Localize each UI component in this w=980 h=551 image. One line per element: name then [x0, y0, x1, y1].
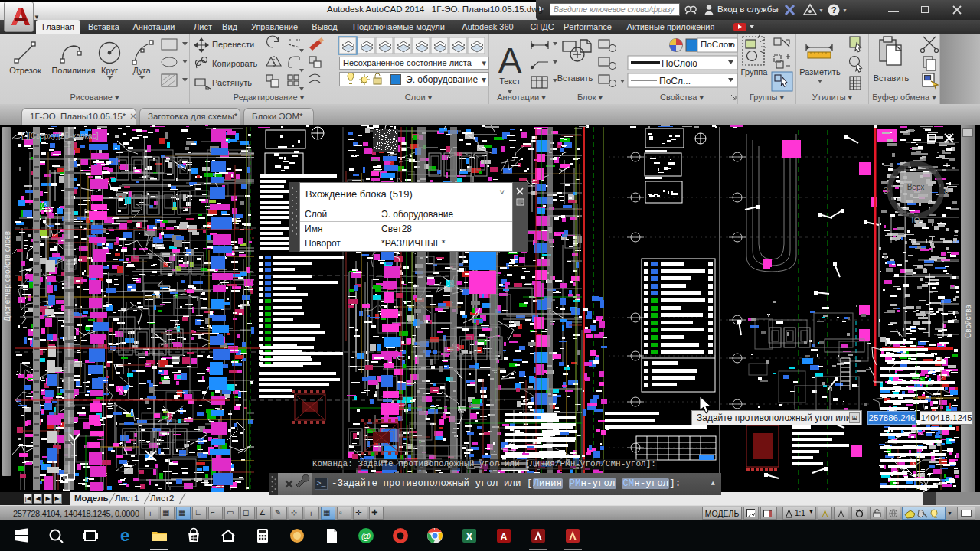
svg-text:A: A — [498, 41, 522, 80]
svg-text:Верх: Верх — [907, 183, 925, 191]
svg-text:3: 3 — [884, 186, 888, 195]
svg-text:Ю: Ю — [911, 216, 920, 225]
svg-text:8: 8 — [944, 186, 949, 195]
svg-text:X: X — [466, 530, 473, 543]
svg-text:e: e — [120, 527, 129, 545]
svg-text:[-][Сверху][2D-каркас]: [-][Сверху][2D-каркас] — [21, 132, 99, 140]
svg-text:A: A — [500, 531, 508, 543]
svg-text:@: @ — [361, 530, 371, 542]
svg-text:?: ? — [831, 5, 837, 15]
